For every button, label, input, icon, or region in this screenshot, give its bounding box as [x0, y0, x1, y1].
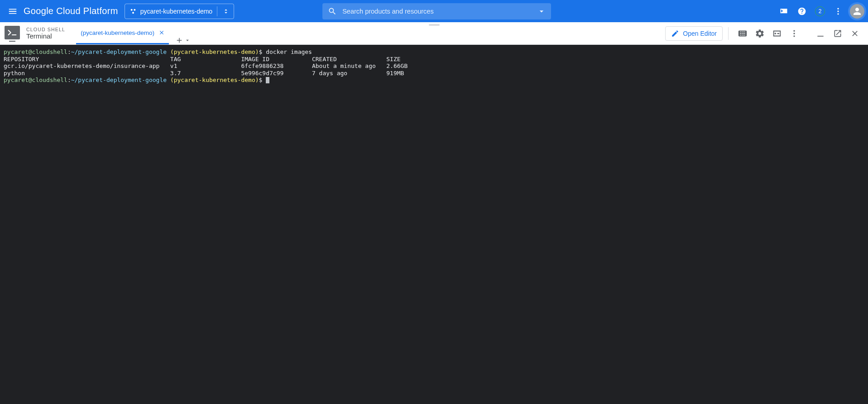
keyboard-icon[interactable] — [734, 25, 751, 42]
help-icon[interactable] — [793, 2, 811, 20]
cloud-shell-subtitle: CLOUD SHELL — [26, 27, 65, 32]
prompt-path: ~/pycaret-deployment-google — [71, 77, 167, 83]
terminal-output[interactable]: pycaret@cloudshell:~/pycaret-deployment-… — [0, 45, 868, 404]
terminal-tabs: (pycaret-kubernetes-demo) — [65, 22, 193, 44]
output-row: gcr.io/pycaret-kubernetes-demo/insurance… — [4, 63, 408, 69]
prompt-project: (pycaret-kubernetes-demo) — [170, 77, 259, 83]
chevron-down-icon[interactable] — [532, 3, 551, 19]
project-icon — [129, 8, 137, 15]
drag-handle[interactable] — [429, 24, 440, 26]
prompt-dollar: $ — [259, 77, 263, 83]
prompt-path: ~/pycaret-deployment-google — [71, 48, 167, 55]
svg-point-4 — [837, 10, 839, 12]
terminal-icon — [5, 26, 20, 39]
terminal-tab-active[interactable]: (pycaret-kubernetes-demo) — [76, 22, 169, 44]
svg-point-8 — [793, 35, 795, 37]
output-row: python 3.7 5e996c9d7c99 7 days ago 919MB — [4, 70, 404, 77]
svg-point-7 — [793, 33, 795, 34]
search-icon — [322, 3, 342, 19]
hamburger-menu-icon[interactable] — [4, 2, 22, 20]
close-icon[interactable] — [158, 29, 165, 36]
more-vert-icon[interactable] — [829, 2, 847, 20]
cloud-shell-toolbar: CLOUD SHELL Terminal (pycaret-kubernetes… — [0, 22, 868, 45]
tab-label: (pycaret-kubernetes-demo) — [81, 29, 154, 36]
search-placeholder: Search products and resources — [342, 8, 532, 15]
chevrons-up-down-icon — [222, 6, 230, 16]
prompt-project: (pycaret-kubernetes-demo) — [170, 48, 259, 55]
minimize-icon[interactable] — [812, 25, 829, 42]
output-header: REPOSITORY TAG IMAGE ID CREATED SIZE — [4, 56, 401, 63]
svg-point-6 — [793, 30, 795, 31]
prompt-user: pycaret@cloudshell — [4, 77, 67, 83]
divider — [217, 6, 217, 16]
project-selector[interactable]: pycaret-kubernetes-demo — [125, 4, 235, 19]
gcp-logo[interactable]: Google Cloud Platform — [22, 6, 125, 16]
command: docker images — [266, 48, 312, 55]
prompt-sep: : — [67, 48, 71, 55]
chevron-down-icon[interactable] — [184, 37, 191, 43]
pencil-icon — [671, 29, 679, 38]
svg-point-5 — [837, 13, 839, 14]
gcp-header: Google Cloud Platform pycaret-kubernetes… — [0, 0, 868, 22]
svg-point-3 — [837, 8, 839, 9]
prompt-dollar: $ — [259, 48, 263, 55]
cursor — [266, 77, 269, 83]
cloud-shell-toggle-icon[interactable] — [775, 2, 793, 20]
notification-badge: 2 — [815, 6, 825, 16]
cloud-shell-title: Terminal — [26, 32, 65, 40]
more-vert-icon[interactable] — [786, 25, 803, 42]
prompt-user: pycaret@cloudshell — [4, 48, 67, 55]
gear-icon[interactable] — [751, 25, 768, 42]
account-avatar[interactable] — [850, 4, 864, 19]
close-icon[interactable] — [846, 25, 863, 42]
search-bar[interactable]: Search products and resources — [322, 3, 551, 19]
svg-point-2 — [132, 12, 134, 14]
new-tab-button[interactable] — [173, 36, 193, 44]
web-preview-icon[interactable] — [768, 25, 786, 42]
header-right: 2 — [775, 2, 864, 20]
svg-point-1 — [134, 9, 135, 10]
prompt-sep: : — [67, 77, 71, 83]
svg-point-0 — [130, 9, 132, 10]
project-name: pycaret-kubernetes-demo — [140, 8, 213, 15]
separator — [728, 27, 729, 40]
open-in-new-icon[interactable] — [829, 25, 846, 42]
open-editor-label: Open Editor — [683, 30, 717, 37]
notifications-button[interactable]: 2 — [811, 2, 829, 20]
open-editor-button[interactable]: Open Editor — [665, 26, 723, 41]
